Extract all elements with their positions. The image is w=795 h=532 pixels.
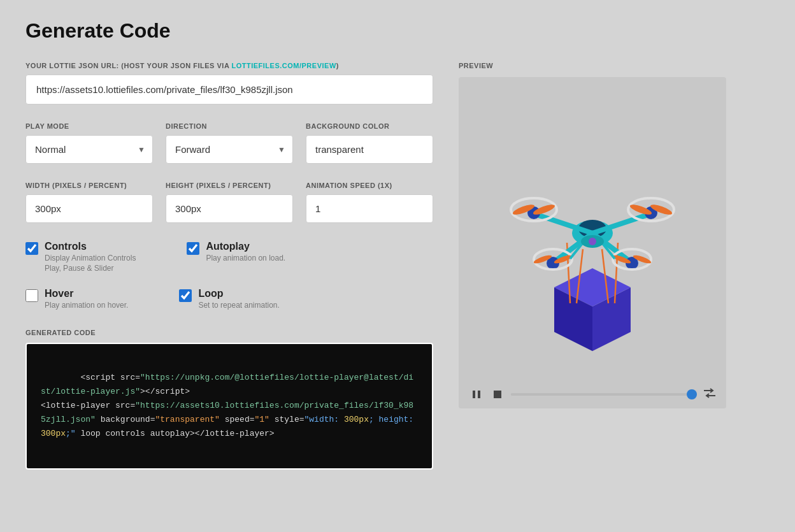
drone-animation bbox=[491, 109, 694, 377]
page-title: Generate Code bbox=[25, 19, 770, 43]
player-controls bbox=[459, 380, 726, 408]
width-input[interactable] bbox=[25, 194, 153, 223]
preview-box bbox=[459, 77, 726, 408]
speed-label: ANIMATION SPEED (1X) bbox=[306, 182, 433, 189]
loop-label[interactable]: Loop bbox=[198, 288, 279, 299]
progress-thumb bbox=[687, 389, 697, 399]
hover-label[interactable]: Hover bbox=[45, 288, 128, 299]
svg-rect-34 bbox=[478, 391, 480, 398]
json-url-input[interactable] bbox=[25, 75, 433, 104]
stop-button[interactable] bbox=[491, 389, 505, 400]
autoplay-label[interactable]: Autoplay bbox=[206, 241, 285, 252]
speed-input[interactable] bbox=[306, 194, 433, 223]
svg-rect-35 bbox=[494, 391, 501, 398]
hover-checkbox-item: Hover Play animation on hover. bbox=[25, 288, 128, 310]
loop-checkbox-item: Loop Set to repeat animation. bbox=[179, 288, 279, 310]
hover-desc: Play animation on hover. bbox=[45, 301, 128, 310]
play-mode-label: PLAY MODE bbox=[25, 122, 153, 130]
height-label: HEIGHT (PIXELS / PERCENT) bbox=[166, 182, 293, 189]
height-input[interactable] bbox=[166, 194, 293, 223]
direction-select[interactable]: Forward Backward bbox=[166, 135, 293, 164]
bg-color-input[interactable] bbox=[306, 135, 433, 164]
controls-checkbox-item: Controls Display Animation Controls Play… bbox=[25, 241, 136, 273]
generated-code-block: <script src="https://unpkg.com/@lottiefi… bbox=[25, 343, 433, 470]
width-label: WIDTH (PIXELS / PERCENT) bbox=[25, 182, 153, 189]
bg-color-label: BACKGROUND COLOR bbox=[306, 122, 433, 130]
lottiefiles-link[interactable]: LOTTIEFILES.COM/PREVIEW bbox=[231, 62, 336, 69]
url-label: YOUR LOTTIE JSON URL: (HOST YOUR JSON FI… bbox=[25, 62, 433, 69]
svg-rect-33 bbox=[473, 391, 475, 398]
direction-label: DIRECTION bbox=[166, 122, 293, 130]
autoplay-checkbox[interactable] bbox=[187, 242, 199, 255]
preview-label: PREVIEW bbox=[459, 62, 726, 69]
progress-fill bbox=[511, 393, 687, 396]
autoplay-desc: Play animation on load. bbox=[206, 254, 285, 262]
controls-label[interactable]: Controls bbox=[45, 241, 136, 252]
loop-checkbox[interactable] bbox=[179, 289, 192, 302]
loop-toggle-button[interactable] bbox=[703, 388, 716, 401]
pause-button[interactable] bbox=[469, 388, 484, 401]
generated-code-label: GENERATED CODE bbox=[25, 329, 433, 336]
autoplay-checkbox-item: Autoplay Play animation on load. bbox=[187, 241, 285, 273]
loop-desc: Set to repeat animation. bbox=[198, 301, 279, 310]
controls-desc1: Display Animation Controls bbox=[45, 254, 136, 262]
play-mode-select[interactable]: Normal Bounce bbox=[25, 135, 153, 164]
controls-desc2: Play, Pause & Slider bbox=[45, 264, 136, 273]
svg-point-32 bbox=[589, 238, 596, 245]
progress-track[interactable] bbox=[511, 393, 697, 396]
controls-checkbox[interactable] bbox=[25, 242, 38, 255]
hover-checkbox[interactable] bbox=[25, 289, 38, 302]
